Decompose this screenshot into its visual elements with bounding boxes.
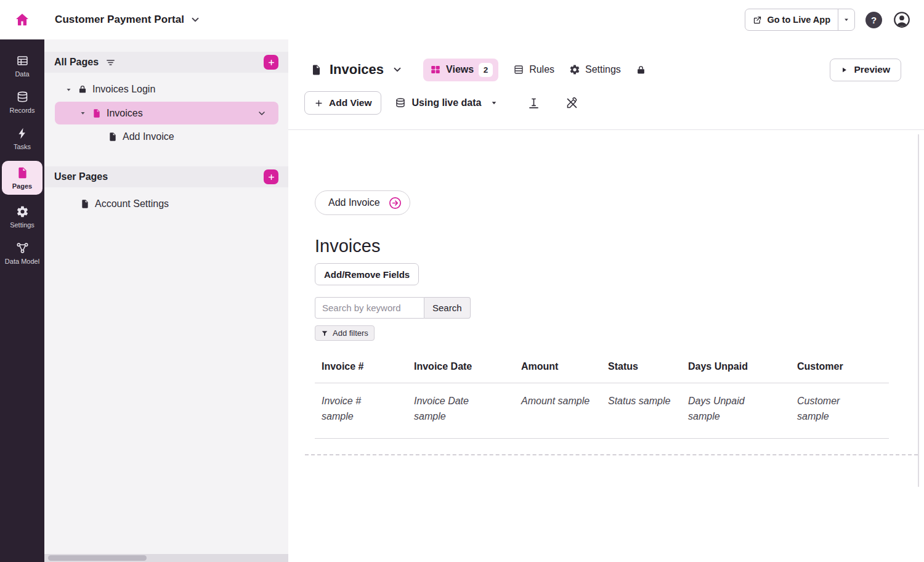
nav-label-pages: Pages (12, 182, 32, 190)
table-row: Invoice # sample Invoice Date sample Amo… (315, 383, 889, 439)
nav-item-pages[interactable]: Pages (2, 161, 43, 195)
nav-item-data-model[interactable]: Data Model (2, 239, 43, 267)
add-view-label: Add View (329, 97, 371, 108)
filter-pages-icon[interactable] (105, 57, 116, 68)
help-glyph: ? (871, 15, 877, 25)
pages-panel: All Pages Invoices Login Invoices Add In… (44, 39, 288, 562)
table-search: Search (315, 297, 924, 319)
app-title-chevron-down-icon[interactable] (190, 14, 201, 25)
nav-item-tasks[interactable]: Tasks (2, 124, 43, 153)
column-header-status: Status (601, 361, 681, 372)
help-button[interactable]: ? (865, 12, 882, 28)
tree-item-invoices-login[interactable]: Invoices Login (44, 78, 288, 100)
disable-edit-pen-slash-icon[interactable] (565, 97, 578, 110)
sample-cell-invoice-date: Invoice Date sample (407, 394, 514, 425)
tab-rules-label: Rules (529, 64, 554, 75)
app-title: Customer Payment Portal (55, 14, 184, 26)
add-filters-button[interactable]: Add filters (315, 325, 375, 341)
external-link-icon (753, 15, 762, 25)
add-remove-fields-button[interactable]: Add/Remove Fields (315, 263, 419, 285)
sample-cell-days-unpaid: Days Unpaid sample (681, 394, 790, 425)
column-header-days-unpaid: Days Unpaid (681, 361, 790, 372)
nav-label-data: Data (15, 70, 29, 78)
nav-item-records[interactable]: Records (2, 88, 43, 116)
tab-rules[interactable]: Rules (513, 64, 554, 75)
page-lock-icon[interactable] (636, 65, 646, 75)
tab-views-label: Views (446, 64, 474, 75)
page-toolbar: Invoices Views 2 Rules Settings (288, 39, 924, 130)
sample-cell-customer: Customer sample (790, 394, 889, 425)
nav-label-settings: Settings (10, 221, 34, 229)
gear-icon (16, 205, 29, 218)
nav-label-data-model: Data Model (5, 258, 39, 265)
caret-down-icon[interactable] (65, 86, 73, 94)
arrow-right-circle-icon (388, 196, 402, 210)
horizontal-scrollbar[interactable] (44, 554, 288, 562)
add-page-button[interactable] (264, 55, 278, 70)
tab-views[interactable]: Views 2 (423, 59, 498, 81)
pages-tree: Invoices Login Invoices Add Invoice (44, 73, 288, 148)
tree-item-invoices-selected[interactable]: Invoices (55, 102, 278, 124)
data-source-label: Using live data (411, 97, 481, 108)
lightning-bolt-icon (16, 127, 29, 140)
all-pages-section-header: All Pages (44, 52, 288, 73)
caret-down-icon[interactable] (79, 109, 87, 117)
views-count-badge: 2 (479, 63, 493, 77)
tree-item-account-settings[interactable]: Account Settings (44, 193, 288, 215)
toolbar-row-2: Add View Using live data (304, 91, 901, 115)
scrollbar-thumb[interactable] (48, 555, 147, 561)
search-input[interactable] (315, 297, 424, 319)
lock-icon (78, 84, 87, 94)
search-button[interactable]: Search (424, 297, 471, 319)
page-icon (108, 132, 118, 142)
view-heading: Invoices (315, 236, 924, 256)
tree-item-add-invoice[interactable]: Add Invoice (44, 126, 288, 148)
nav-item-settings[interactable]: Settings (2, 203, 43, 231)
network-nodes-icon (16, 242, 29, 255)
gear-icon (569, 64, 580, 75)
sample-cell-amount: Amount sample (514, 394, 601, 425)
user-pages-section-header: User Pages (44, 166, 288, 187)
page-icon (16, 166, 29, 179)
column-header-invoice-date: Invoice Date (407, 361, 514, 372)
user-avatar[interactable] (893, 10, 911, 29)
vertical-scrollbar[interactable] (918, 134, 919, 487)
page-title-chevron-down-icon[interactable] (392, 64, 403, 75)
plus-icon (267, 173, 275, 181)
tree-item-label: Account Settings (95, 198, 169, 210)
preview-button[interactable]: Preview (830, 59, 901, 81)
funnel-icon (321, 330, 328, 337)
views-icon (430, 64, 441, 75)
view-drop-zone-divider (305, 454, 918, 455)
add-filters-label: Add filters (333, 328, 368, 338)
live-app-dropdown-toggle[interactable] (838, 9, 854, 30)
table-header-row: Invoice # Invoice Date Amount Status Day… (315, 354, 889, 383)
nav-item-data[interactable]: Data (2, 52, 43, 80)
view-canvas: Add Invoice Invoices Add/Remove Fields S… (288, 130, 924, 562)
tab-settings[interactable]: Settings (569, 64, 621, 75)
insert-text-icon[interactable] (527, 97, 540, 110)
page-title: Invoices (330, 62, 384, 78)
add-user-page-button[interactable] (264, 169, 278, 184)
page-icon (80, 199, 90, 209)
toolbar-row-1: Invoices Views 2 Rules Settings (310, 57, 901, 83)
user-pages-title: User Pages (54, 171, 108, 182)
home-button[interactable] (0, 12, 44, 28)
page-tabs: Views 2 Rules Settings (423, 59, 646, 81)
data-source-dropdown[interactable]: Using live data (395, 97, 499, 108)
go-to-live-app-label: Go to Live App (767, 15, 830, 25)
tree-item-label: Invoices (107, 108, 143, 119)
play-icon (841, 67, 848, 73)
invoices-table: Invoice # Invoice Date Amount Status Day… (315, 354, 889, 439)
go-to-live-app-button[interactable]: Go to Live App (745, 9, 838, 30)
home-icon (14, 12, 30, 28)
nav-label-records: Records (10, 107, 35, 114)
caret-down-icon (489, 98, 499, 108)
main-content: Invoices Views 2 Rules Settings (288, 39, 924, 562)
add-invoice-link-button[interactable]: Add Invoice (315, 190, 410, 215)
database-icon (395, 97, 406, 108)
chevron-down-icon[interactable] (257, 108, 267, 118)
main-nav-rail: Data Records Tasks Pages Settings Data M… (0, 39, 44, 562)
top-header: Customer Payment Portal Go to Live App ? (0, 0, 924, 39)
add-view-button[interactable]: Add View (304, 91, 381, 115)
